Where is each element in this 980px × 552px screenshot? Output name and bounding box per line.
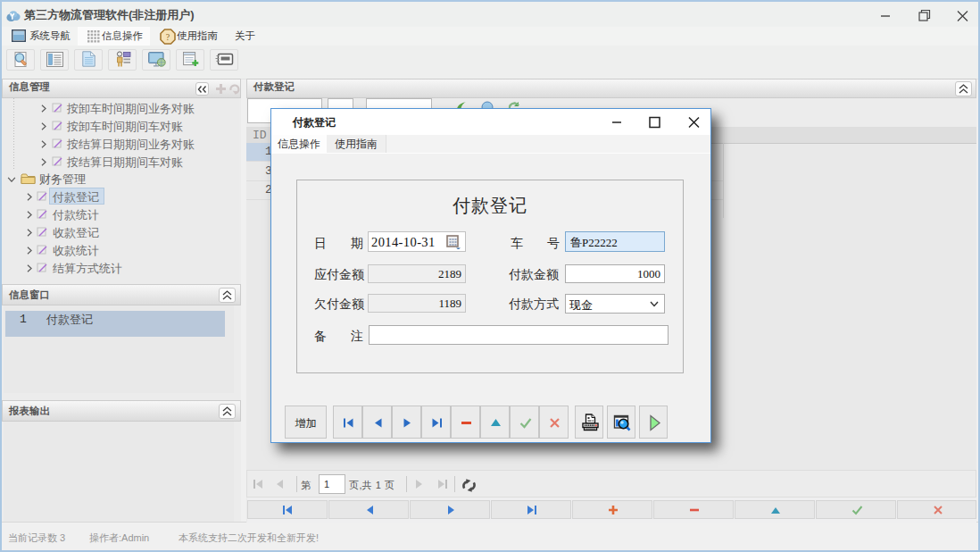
svg-text:?: ? — [166, 32, 170, 42]
